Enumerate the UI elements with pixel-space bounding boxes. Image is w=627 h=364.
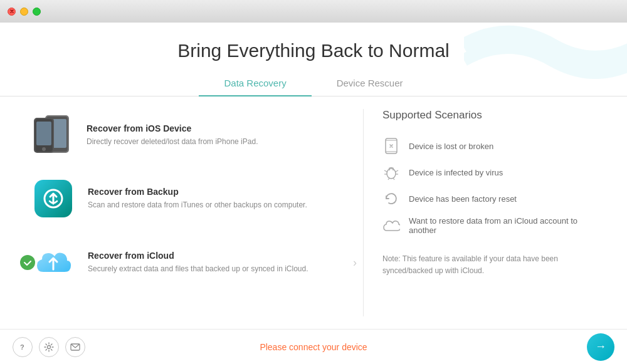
tab-data-recovery[interactable]: Data Recovery	[199, 73, 311, 96]
icloud-item-text: Recover from iCloud Securely extract dat…	[88, 251, 338, 274]
status-normal: Please	[260, 342, 289, 352]
svg-point-6	[42, 147, 46, 151]
svg-rect-5	[36, 122, 51, 145]
title-bar	[0, 0, 627, 23]
help-button[interactable]: ?	[13, 337, 33, 357]
scenario-reset-text: Device has been factory reset	[409, 194, 517, 204]
svg-point-12	[389, 169, 390, 170]
scenario-icloud-restore: Want to restore data from an iCloud acco…	[382, 212, 602, 239]
tab-device-rescuer[interactable]: Device Rescuer	[312, 73, 428, 96]
tabs-container: Data Recovery Device Rescuer	[0, 73, 627, 96]
status-highlight: connect your device	[289, 342, 367, 352]
reset-icon	[382, 190, 400, 207]
svg-point-13	[393, 169, 394, 170]
phone-broken-icon	[382, 137, 400, 155]
backup-item-title: Recover from Backup	[88, 187, 338, 197]
maximize-button[interactable]	[33, 8, 41, 16]
scenario-lost-text: Device is lost or broken	[409, 142, 493, 151]
minimize-button[interactable]	[20, 8, 28, 16]
main-content: Bring Everything Back to Normal Data Rec…	[0, 23, 627, 364]
icloud-item-desc: Securely extract data and files that bac…	[88, 263, 338, 274]
ios-item-text: Recover from iOS Device Directly recover…	[87, 123, 338, 147]
bottom-icons: ?	[13, 337, 85, 357]
recover-backup-item[interactable]: Recover from Backup Scan and restore dat…	[25, 172, 344, 226]
recover-ios-item[interactable]: Recover from iOS Device Directly recover…	[25, 109, 344, 162]
wave-decoration	[464, 23, 627, 79]
svg-line-18	[388, 178, 389, 180]
backup-icon	[31, 177, 75, 221]
arrow-right-icon: ›	[353, 256, 357, 269]
svg-point-21	[48, 345, 51, 348]
svg-line-14	[384, 170, 387, 172]
svg-line-19	[393, 178, 394, 180]
next-button[interactable]: →	[587, 333, 614, 361]
recover-icloud-item[interactable]: Recover from iCloud Securely extract dat…	[25, 236, 344, 289]
right-panel: Supported Scenarios Device is lost or br…	[364, 109, 602, 316]
close-button[interactable]	[8, 8, 16, 16]
ios-item-desc: Directly recover deleted/lost data from …	[87, 136, 338, 147]
svg-point-11	[387, 169, 396, 179]
status-text: Please connect your device	[260, 342, 367, 352]
ios-device-icon	[31, 114, 74, 157]
icloud-icon	[31, 241, 75, 284]
scenario-virus: Device is infected by virus	[382, 159, 602, 185]
ios-item-title: Recover from iOS Device	[87, 123, 338, 133]
note-text: Note: This feature is available if your …	[382, 248, 602, 277]
backup-item-text: Recover from Backup Scan and restore dat…	[88, 187, 338, 211]
scenarios-title: Supported Scenarios	[382, 109, 602, 122]
bug-icon	[382, 164, 400, 181]
email-button[interactable]	[65, 337, 85, 357]
cloud-icon	[382, 217, 400, 234]
bottom-bar: ? Please connect your device →	[0, 329, 627, 364]
backup-item-desc: Scan and restore data from iTunes or oth…	[88, 199, 338, 211]
scenario-icloud-text: Want to restore data from an iCloud acco…	[409, 216, 602, 235]
icloud-item-title: Recover from iCloud	[88, 251, 338, 261]
scenario-virus-text: Device is infected by virus	[409, 168, 503, 177]
svg-line-16	[396, 170, 398, 172]
settings-button[interactable]	[39, 337, 59, 357]
content-area: Recover from iOS Device Directly recover…	[0, 96, 627, 329]
left-panel: Recover from iOS Device Directly recover…	[25, 109, 364, 316]
scenario-lost-broken: Device is lost or broken	[382, 133, 602, 159]
svg-text:?: ?	[20, 343, 24, 351]
traffic-lights	[8, 8, 41, 16]
scenario-factory-reset: Device has been factory reset	[382, 185, 602, 212]
